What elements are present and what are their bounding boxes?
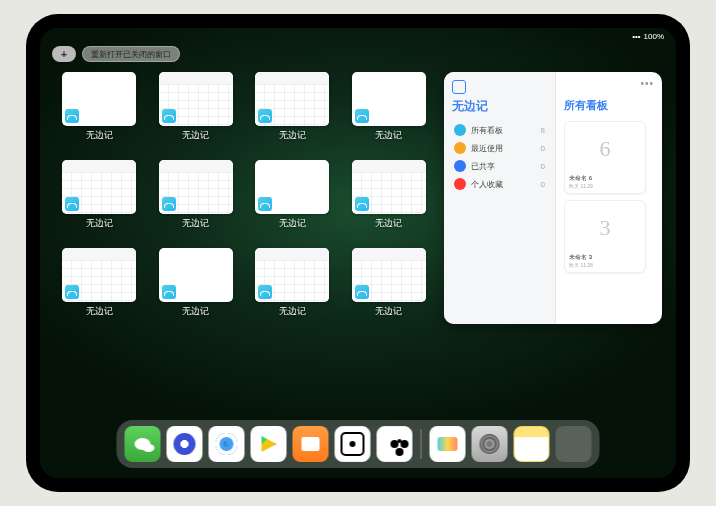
app-window-tile[interactable]: 无边记 (344, 160, 435, 240)
app-window-tile[interactable]: 无边记 (151, 160, 242, 240)
window-thumbnail (352, 72, 426, 126)
freeform-app-icon (258, 109, 272, 123)
window-label: 无边记 (86, 129, 113, 142)
app-window-tile[interactable]: 无边记 (54, 160, 145, 240)
board-timestamp: 昨天 11:29 (569, 183, 641, 189)
window-label: 无边记 (182, 217, 209, 230)
dock-app-browser-ring[interactable] (209, 426, 245, 462)
freeform-app-icon (258, 285, 272, 299)
app-window-tile[interactable]: 无边记 (247, 160, 338, 240)
window-thumbnail (255, 72, 329, 126)
dock-app-wechat[interactable] (125, 426, 161, 462)
main-area: 无边记无边记无边记无边记无边记无边记无边记无边记无边记无边记无边记无边记 无边记… (40, 72, 676, 414)
panel-sidebar: 无边记 所有看板8最近使用0已共享0个人收藏0 (444, 72, 556, 324)
window-label: 无边记 (279, 305, 306, 318)
window-label: 无边记 (86, 217, 113, 230)
window-thumbnail (159, 160, 233, 214)
freeform-app-icon (162, 109, 176, 123)
freeform-app-icon (355, 197, 369, 211)
nav-item-count: 0 (541, 180, 545, 189)
nav-item-icon (454, 160, 466, 172)
panel-section-title: 所有看板 (564, 98, 654, 113)
board-name: 未命名 3 (569, 253, 641, 262)
nav-item-label: 最近使用 (471, 143, 503, 154)
window-thumbnail (352, 248, 426, 302)
freeform-app-icon (355, 109, 369, 123)
sidebar-toggle-icon[interactable] (452, 80, 466, 94)
window-label: 无边记 (182, 129, 209, 142)
app-window-tile[interactable]: 无边记 (344, 248, 435, 328)
app-window-tile[interactable]: 无边记 (151, 72, 242, 152)
more-menu-icon[interactable]: ••• (640, 78, 654, 89)
freeform-app-icon (162, 285, 176, 299)
sidebar-nav-item[interactable]: 已共享0 (452, 157, 547, 175)
nav-item-count: 8 (541, 126, 545, 135)
freeform-panel: 无边记 所有看板8最近使用0已共享0个人收藏0 ••• 所有看板 6未命名 6昨… (444, 72, 662, 324)
nav-item-icon (454, 178, 466, 190)
freeform-app-icon (162, 197, 176, 211)
panel-app-title: 无边记 (452, 98, 547, 115)
board-timestamp: 昨天 11:28 (569, 262, 641, 268)
freeform-app-icon (258, 197, 272, 211)
app-window-tile[interactable]: 无边记 (247, 248, 338, 328)
nav-item-icon (454, 124, 466, 136)
window-thumbnail (159, 248, 233, 302)
window-thumbnail (62, 160, 136, 214)
nav-item-label: 所有看板 (471, 125, 503, 136)
dock-app-settings[interactable] (472, 426, 508, 462)
dock-app-app-folder[interactable] (556, 426, 592, 462)
new-window-button[interactable]: + (52, 46, 76, 62)
app-window-tile[interactable]: 无边记 (54, 248, 145, 328)
window-label: 无边记 (279, 129, 306, 142)
dock-app-browser-blue[interactable] (167, 426, 203, 462)
window-thumbnail (159, 72, 233, 126)
status-bar: ••• 100% (632, 32, 664, 41)
sidebar-nav-item[interactable]: 个人收藏0 (452, 175, 547, 193)
sidebar-nav-item[interactable]: 所有看板8 (452, 121, 547, 139)
freeform-app-icon (65, 285, 79, 299)
app-window-tile[interactable]: 无边记 (54, 72, 145, 152)
app-window-tile[interactable]: 无边记 (151, 248, 242, 328)
ipad-frame: ••• 100% + 重新打开已关闭的窗口 无边记无边记无边记无边记无边记无边记… (26, 14, 690, 492)
nav-item-count: 0 (541, 162, 545, 171)
signal-icon: ••• (632, 32, 640, 41)
board-name: 未命名 6 (569, 174, 641, 183)
sidebar-nav-item[interactable]: 最近使用0 (452, 139, 547, 157)
board-card[interactable]: 6未命名 6昨天 11:29 (564, 121, 646, 194)
nav-item-label: 已共享 (471, 161, 495, 172)
screen: ••• 100% + 重新打开已关闭的窗口 无边记无边记无边记无边记无边记无边记… (40, 28, 676, 478)
window-thumbnail (352, 160, 426, 214)
board-card[interactable]: 3未命名 3昨天 11:28 (564, 200, 646, 273)
dock-app-books[interactable] (293, 426, 329, 462)
dock-app-pods-app[interactable] (377, 426, 413, 462)
dock-app-dot-app[interactable] (335, 426, 371, 462)
window-label: 无边记 (182, 305, 209, 318)
app-window-tile[interactable]: 无边记 (344, 72, 435, 152)
board-thumbnail: 3 (569, 205, 641, 251)
reopen-closed-window-button[interactable]: 重新打开已关闭的窗口 (82, 46, 180, 62)
dock (117, 420, 600, 468)
window-label: 无边记 (375, 129, 402, 142)
nav-item-icon (454, 142, 466, 154)
panel-content: ••• 所有看板 6未命名 6昨天 11:293未命名 3昨天 11:28 (556, 72, 662, 324)
window-label: 无边记 (279, 217, 306, 230)
window-thumbnail (62, 248, 136, 302)
nav-item-count: 0 (541, 144, 545, 153)
freeform-app-icon (65, 109, 79, 123)
window-thumbnail (62, 72, 136, 126)
window-label: 无边记 (375, 217, 402, 230)
nav-item-label: 个人收藏 (471, 179, 503, 190)
app-switcher-grid: 无边记无边记无边记无边记无边记无边记无边记无边记无边记无边记无边记无边记 (54, 72, 444, 414)
freeform-app-icon (355, 285, 369, 299)
window-thumbnail (255, 248, 329, 302)
window-label: 无边记 (86, 305, 113, 318)
battery-label: 100% (644, 32, 664, 41)
dock-app-notes[interactable] (514, 426, 550, 462)
freeform-app-icon (65, 197, 79, 211)
app-window-tile[interactable]: 无边记 (247, 72, 338, 152)
window-label: 无边记 (375, 305, 402, 318)
dock-app-freeform[interactable] (430, 426, 466, 462)
top-controls: + 重新打开已关闭的窗口 (52, 46, 180, 62)
window-thumbnail (255, 160, 329, 214)
dock-app-play-store[interactable] (251, 426, 287, 462)
